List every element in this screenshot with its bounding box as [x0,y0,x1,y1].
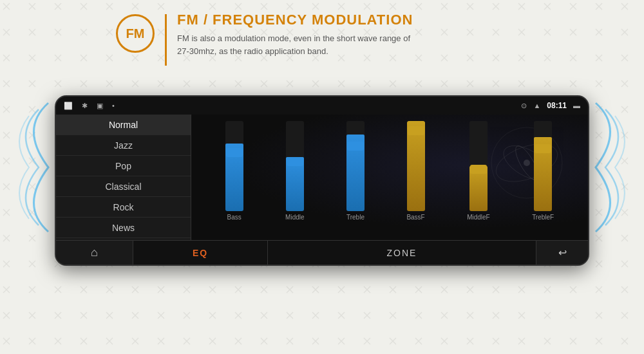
bar-bassf[interactable]: BassF [406,121,424,221]
time-display: 08:11 [547,101,567,110]
bar-middlef-knob [470,165,487,174]
menu-item-rock[interactable]: Rock [56,197,191,218]
bar-middle-label: Middle [285,214,304,221]
battery-icon: ▬ [573,102,580,109]
bar-middlef-label: MiddleF [467,214,490,221]
bar-treblef-label: TrebleF [532,214,554,221]
header-divider [165,14,167,66]
eq-button[interactable]: EQ [133,241,268,265]
location-icon: ⊙ [521,102,527,110]
main-content: Normal Jazz Pop Classical Rock News [56,115,588,240]
home-button[interactable]: ⌂ [56,241,133,265]
bar-bassf-knob [408,126,424,135]
bar-middle[interactable]: Middle [285,121,304,221]
bar-treble[interactable]: Treble [346,121,365,221]
bar-bass-wrapper [225,121,243,211]
menu-item-jazz[interactable]: Jazz [56,135,191,156]
back-icon: ↩ [558,247,567,259]
wave-left-decoration [6,90,58,245]
menu-item-pop[interactable]: Pop [56,156,191,176]
zone-label: ZONE [387,248,417,258]
bar-treble-label: Treble [346,214,365,221]
menu-item-classical[interactable]: Classical [56,176,191,197]
menu-item-news[interactable]: News [56,218,191,238]
image-icon: ▣ [97,102,103,110]
eq-display: Bass Middle Treble [191,115,588,240]
menu-item-normal[interactable]: Normal [56,115,191,135]
bar-bass-label: Bass [227,214,242,221]
eq-label: EQ [193,248,208,258]
back-button[interactable]: ↩ [536,241,588,265]
brightness-icon: ✱ [82,102,88,110]
status-left-icons: ⬜ ✱ ▣ • [64,102,115,110]
bar-middle-knob [287,157,303,166]
fm-logo: FM [116,14,155,53]
dot-icon: • [112,102,115,109]
bar-treblef[interactable]: TrebleF [532,121,554,221]
bar-bassf-label: BassF [406,214,424,221]
header-description: FM is also a modulation mode, even in th… [177,32,422,57]
bar-bass[interactable]: Bass [225,121,243,221]
header-title: FM / FREQUENCY MODULATION [177,12,422,28]
header-text: FM / FREQUENCY MODULATION FM is also a m… [177,12,422,57]
bar-bassf-wrapper [407,121,425,211]
bar-treblef-knob [535,144,551,153]
status-bar: ⬜ ✱ ▣ • ⊙ ▲ 08:11 ▬ [56,97,588,115]
header: FM FM / FREQUENCY MODULATION FM is also … [116,12,422,66]
bar-middle-wrapper [286,121,304,211]
bar-bass-knob [226,148,243,157]
bar-treblef-wrapper [534,121,552,211]
window-icon: ⬜ [64,102,73,110]
status-right-icons: ⊙ ▲ 08:11 ▬ [521,101,580,110]
bar-treble-wrapper [346,121,365,211]
bar-middlef[interactable]: MiddleF [467,121,490,221]
bottom-toolbar: ⌂ EQ ZONE ↩ [56,240,588,265]
bar-middlef-wrapper [469,121,488,211]
zone-button[interactable]: ZONE [268,241,536,265]
device-screen: ⬜ ✱ ▣ • ⊙ ▲ 08:11 ▬ Normal Jazz Pop Clas… [55,95,589,266]
bar-treble-knob [347,142,364,151]
wave-right-decoration [586,90,638,245]
home-icon: ⌂ [91,246,98,259]
eq-menu: Normal Jazz Pop Classical Rock News [56,115,191,240]
signal-icon: ▲ [533,102,540,109]
svg-point-6 [524,160,530,166]
